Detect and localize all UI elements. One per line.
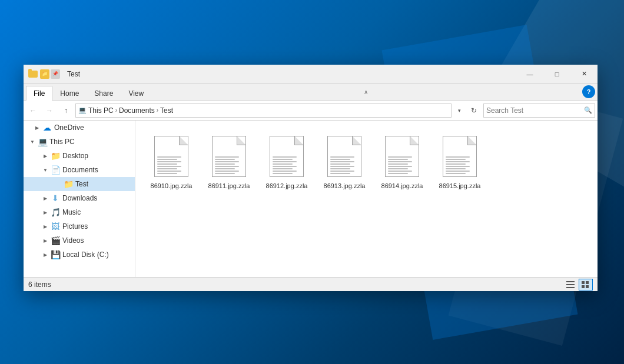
expand-icon-music: ▶ — [41, 208, 49, 216]
music-folder-icon: 🎵 — [51, 208, 60, 217]
address-dropdown-button[interactable]: ▾ — [454, 103, 464, 118]
svg-rect-6 — [586, 285, 589, 288]
onedrive-icon: ☁ — [42, 123, 52, 132]
file-item[interactable]: 86910.jpg.zzla — [145, 130, 198, 193]
file-name-1: 86911.jpg.zzla — [208, 182, 250, 190]
ribbon-collapse-icon[interactable]: ∧ — [364, 89, 368, 95]
path-test: Test — [160, 106, 173, 115]
title-bar: 📁 📌 Test — □ ✕ — [24, 65, 598, 84]
svg-rect-1 — [566, 284, 575, 285]
sidebar: ▶ ☁ OneDrive ▼ 💻 This PC ▶ 📁 Desktop ▼ 📄… — [24, 121, 135, 277]
help-button[interactable]: ? — [582, 85, 595, 98]
path-chevron-1: › — [115, 107, 117, 113]
sidebar-item-videos[interactable]: ▶ 🎬 Videos — [24, 233, 135, 248]
expand-icon-videos: ▶ — [41, 236, 49, 245]
minimize-button[interactable]: — — [516, 65, 543, 84]
desktop-folder-icon: 📁 — [51, 151, 60, 161]
content-area: 86910.jpg.zzla 86911.jpg.zzla — [135, 121, 598, 277]
local-disk-icon: 💾 — [51, 250, 60, 259]
search-box[interactable]: 🔍 — [483, 103, 595, 118]
expand-icon-pictures: ▶ — [41, 222, 49, 231]
sidebar-item-music[interactable]: ▶ 🎵 Music — [24, 205, 135, 219]
file-icon-2 — [267, 133, 307, 179]
svg-rect-3 — [582, 281, 585, 284]
file-explorer-window: 📁 📌 Test — □ ✕ File Home Share View ∧ — [24, 65, 598, 291]
quick-access-icon: 📁 — [40, 69, 49, 79]
downloads-folder-icon: ⬇ — [51, 193, 60, 203]
file-icon-3 — [324, 133, 364, 179]
file-name-5: 86915.jpg.zzla — [439, 182, 481, 190]
expand-icon-local-disk: ▶ — [41, 251, 49, 259]
documents-folder-icon: 📄 — [51, 165, 60, 175]
expand-icon-downloads: ▶ — [41, 194, 49, 202]
sidebar-item-onedrive[interactable]: ▶ ☁ OneDrive — [24, 121, 135, 135]
file-item[interactable]: 86915.jpg.zzla — [433, 130, 486, 193]
window-controls: — □ ✕ — [516, 65, 598, 84]
file-icon-1 — [209, 133, 249, 179]
maximize-button[interactable]: □ — [543, 65, 570, 84]
large-icons-view-button[interactable] — [579, 279, 593, 290]
svg-rect-2 — [566, 287, 575, 288]
refresh-button[interactable]: ↻ — [467, 103, 481, 118]
sidebar-item-test[interactable]: ▶ 📁 Test — [24, 177, 135, 191]
address-bar: ← → ↑ 💻 This PC › Documents › Test ▾ ↻ 🔍 — [24, 101, 598, 121]
sidebar-item-this-pc[interactable]: ▼ 💻 This PC — [24, 135, 135, 149]
search-icon[interactable]: 🔍 — [584, 106, 592, 114]
tab-view[interactable]: View — [121, 86, 151, 100]
file-item[interactable]: 86911.jpg.zzla — [203, 130, 255, 193]
details-view-button[interactable] — [563, 279, 577, 290]
expand-icon-desktop: ▶ — [41, 152, 49, 160]
window-icon — [28, 69, 38, 79]
sidebar-item-downloads[interactable]: ▶ ⬇ Downloads — [24, 191, 135, 205]
tab-home[interactable]: Home — [52, 86, 87, 100]
search-input[interactable] — [486, 106, 584, 115]
file-icon-5 — [440, 133, 480, 179]
file-name-2: 86912.jpg.zzla — [266, 182, 308, 190]
details-view-icon — [566, 281, 575, 288]
file-icon-0 — [151, 133, 191, 179]
back-button[interactable]: ← — [26, 103, 40, 118]
ribbon-tabs: File Home Share View ∧ ? — [24, 84, 598, 100]
svg-rect-4 — [586, 281, 589, 284]
videos-folder-icon: 🎬 — [51, 236, 60, 245]
pictures-folder-icon: 🖼 — [51, 222, 60, 231]
file-name-0: 86910.jpg.zzla — [151, 182, 192, 190]
main-layout: ▶ ☁ OneDrive ▼ 💻 This PC ▶ 📁 Desktop ▼ 📄… — [24, 121, 598, 277]
path-documents: Documents — [119, 106, 155, 115]
file-item[interactable]: 86912.jpg.zzla — [260, 130, 313, 193]
svg-rect-0 — [566, 281, 575, 282]
tab-share[interactable]: Share — [87, 86, 121, 100]
file-item[interactable]: 86914.jpg.zzla — [376, 130, 429, 193]
close-button[interactable]: ✕ — [570, 65, 598, 84]
expand-icon-documents: ▼ — [41, 166, 49, 174]
test-folder-icon: 📁 — [64, 179, 73, 189]
file-icon-4 — [382, 133, 422, 179]
view-toggle-buttons — [563, 279, 593, 290]
path-chevron-2: › — [157, 107, 158, 113]
address-path[interactable]: 💻 This PC › Documents › Test — [75, 103, 452, 118]
sidebar-item-documents[interactable]: ▼ 📄 Documents — [24, 163, 135, 177]
ribbon: File Home Share View ∧ ? — [24, 84, 598, 101]
expand-icon-this-pc: ▼ — [28, 138, 36, 146]
quick-access-pin-icon: 📌 — [51, 69, 60, 79]
path-this-pc: 💻 This PC — [78, 106, 114, 115]
tab-file[interactable]: File — [26, 86, 52, 101]
status-bar: 6 items — [24, 277, 598, 291]
up-button[interactable]: ↑ — [59, 103, 73, 118]
large-icons-view-icon — [582, 281, 590, 288]
sidebar-item-local-disk[interactable]: ▶ 💾 Local Disk (C:) — [24, 248, 135, 262]
file-name-3: 86913.jpg.zzla — [324, 182, 366, 190]
svg-rect-5 — [582, 285, 585, 288]
status-item-count: 6 items — [28, 280, 563, 289]
pc-icon: 💻 — [38, 137, 47, 146]
sidebar-item-pictures[interactable]: ▶ 🖼 Pictures — [24, 219, 135, 233]
file-name-4: 86914.jpg.zzla — [381, 182, 423, 190]
window-title: Test — [67, 70, 516, 78]
expand-icon-onedrive: ▶ — [33, 123, 41, 132]
forward-button[interactable]: → — [42, 103, 57, 118]
file-item[interactable]: 86913.jpg.zzla — [318, 130, 371, 193]
sidebar-item-desktop[interactable]: ▶ 📁 Desktop — [24, 149, 135, 163]
